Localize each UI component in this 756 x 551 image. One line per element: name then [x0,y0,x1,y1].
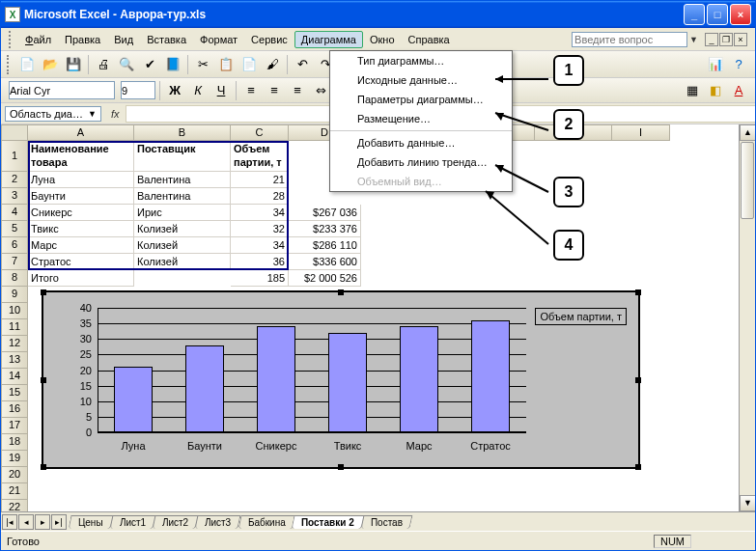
cell[interactable]: Валентина [134,172,231,188]
cell[interactable]: $286 110 [289,237,361,254]
row-header[interactable]: 2 [1,172,28,188]
select-all-corner[interactable] [1,124,28,141]
sheet-tab[interactable]: Цены [69,515,114,529]
row-header[interactable]: 14 [1,369,28,385]
menu-insert[interactable]: Вставка [140,31,193,48]
italic-button[interactable]: К [187,80,209,101]
fill-color-icon[interactable]: ◧ [705,80,726,101]
row-header[interactable]: 17 [1,418,28,434]
row-header[interactable]: 10 [1,303,28,319]
cell[interactable]: 185 [231,270,289,287]
toolbar-grip[interactable] [7,55,13,74]
research-icon[interactable]: 📘 [162,54,183,75]
row-header[interactable]: 6 [1,237,28,254]
bar[interactable] [257,326,296,432]
resize-handle[interactable] [635,377,641,383]
resize-handle[interactable] [338,289,344,295]
cell[interactable]: 32 [231,221,289,237]
cell[interactable]: Объем партии, т [231,141,289,172]
cell[interactable]: Марс [28,237,134,254]
menu-format[interactable]: Формат [193,31,244,48]
open-icon[interactable]: 📂 [40,54,61,75]
align-left-icon[interactable]: ≡ [240,80,262,101]
cell[interactable]: 28 [231,188,289,205]
resize-handle[interactable] [635,289,641,295]
menu-item-chart-type[interactable]: Тип диаграммы… [330,51,512,70]
chart-legend[interactable]: Объем партии, т [535,308,627,325]
mdi-restore[interactable]: ❐ [719,33,733,46]
scroll-up-icon[interactable]: ▲ [740,124,755,141]
tab-first-icon[interactable]: |◂ [2,514,17,530]
chevron-down-icon[interactable]: ▼ [88,109,97,119]
cell[interactable]: Луна [28,172,134,188]
row-header[interactable]: 22 [1,500,28,511]
menu-file[interactable]: ФФайлайл [18,31,58,48]
row-header[interactable]: 11 [1,319,28,336]
menu-chart[interactable]: Диаграмма [294,31,363,48]
row-header[interactable]: 12 [1,336,28,352]
borders-icon[interactable]: ▦ [682,80,703,101]
tab-next-icon[interactable]: ▸ [35,514,50,530]
scroll-thumb[interactable] [741,142,754,219]
cell[interactable]: 21 [231,172,289,188]
copy-icon[interactable]: 📋 [215,54,237,75]
font-size-combo[interactable] [121,81,155,99]
chart-wizard-icon[interactable]: 📊 [705,54,726,75]
bar[interactable] [400,326,439,432]
cell[interactable]: Ирис [134,205,231,221]
mdi-minimize[interactable]: _ [705,33,718,46]
new-icon[interactable]: 📄 [16,54,38,75]
ask-question-input[interactable] [572,32,687,47]
cell[interactable]: $336 600 [289,254,361,270]
row-header[interactable]: 3 [1,188,28,205]
row-header[interactable]: 7 [1,254,28,270]
menu-window[interactable]: Окно [363,31,402,48]
plot-area[interactable]: Объем партии, т 0510152025303540ЛунаБаун… [98,308,526,432]
cell[interactable]: Колизей [134,237,231,254]
bold-button[interactable]: Ж [164,80,185,101]
tab-last-icon[interactable]: ▸| [51,514,67,530]
column-header[interactable]: I [612,124,670,141]
cell[interactable]: Наименование товара [28,141,134,172]
menu-item-location[interactable]: Размещение… [330,109,512,128]
vertical-scrollbar[interactable]: ▲ ▼ [739,124,755,511]
toolbar-grip[interactable] [9,31,14,48]
menu-tools[interactable]: Сервис [244,31,294,48]
cell[interactable]: Стратос [28,254,134,270]
sheet-tab[interactable]: Лист3 [195,515,241,529]
row-header[interactable]: 8 [1,270,28,287]
row-header[interactable]: 4 [1,205,28,221]
cell[interactable]: 36 [231,254,289,270]
print-icon[interactable]: 🖨 [93,54,114,75]
row-header[interactable]: 13 [1,352,28,369]
column-header[interactable]: B [134,124,231,141]
cell[interactable]: $233 376 [289,221,361,237]
format-painter-icon[interactable]: 🖌 [262,54,283,75]
cell[interactable]: Твикс [28,221,134,237]
cell[interactable]: Валентина [134,188,231,205]
scroll-down-icon[interactable]: ▼ [740,495,755,511]
sheet-tab[interactable]: Поставки 2 [292,515,365,529]
chevron-down-icon[interactable]: ▼ [689,35,698,44]
column-header[interactable]: C [231,124,289,141]
cell[interactable]: Итого [28,270,134,287]
bar[interactable] [185,345,225,432]
name-box[interactable]: Область диа… ▼ [5,106,101,122]
cell[interactable]: $267 036 [289,205,361,221]
font-name-combo[interactable] [9,81,115,99]
resize-handle[interactable] [41,289,46,295]
row-header[interactable]: 21 [1,483,28,500]
embedded-chart[interactable]: Объем партии, т 0510152025303540ЛунаБаун… [42,290,640,469]
menu-item-chart-options[interactable]: Параметры диаграммы… [330,90,512,109]
row-header[interactable]: 9 [1,287,28,303]
sheet-tab[interactable]: Бабкина [238,515,295,529]
menu-view[interactable]: Вид [107,31,140,48]
row-header[interactable]: 1 [1,141,28,172]
align-right-icon[interactable]: ≡ [287,80,308,101]
column-header[interactable]: A [28,124,134,141]
cell[interactable]: 34 [231,205,289,221]
resize-handle[interactable] [338,464,344,470]
sheet-tab[interactable]: Лист2 [152,515,198,529]
sheet-tab[interactable]: Постав [361,515,413,529]
row-header[interactable]: 15 [1,385,28,401]
